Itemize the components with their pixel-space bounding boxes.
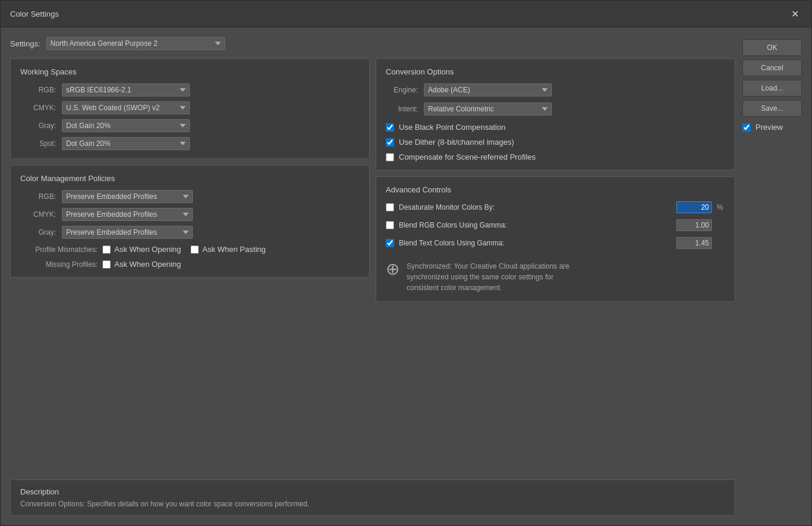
policy-gray-select[interactable]: Preserve Embedded Profiles <box>62 226 193 239</box>
settings-select[interactable]: North America General Purpose 2 <box>46 37 225 50</box>
desaturate-checkbox[interactable] <box>386 203 394 211</box>
rgb-select[interactable]: sRGB IEC61966-2.1 <box>62 83 190 97</box>
gray-label: Gray: <box>20 122 56 130</box>
blend-text-label: Blend Text Colors Using Gamma: <box>399 239 672 247</box>
policy-cmyk-select[interactable]: Preserve Embedded Profiles <box>62 208 193 221</box>
ask-opening-pair: Ask When Opening <box>102 245 181 254</box>
preview-checkbox[interactable] <box>742 123 751 132</box>
blend-text-checkbox[interactable] <box>386 239 394 247</box>
ask-opening-label: Ask When Opening <box>114 245 181 254</box>
description-panel: Description Conversion Options: Specifie… <box>10 480 735 516</box>
sync-icon: ⊕ <box>386 261 399 278</box>
rgb-row: RGB: sRGB IEC61966-2.1 <box>20 83 360 97</box>
policy-gray-row: Gray: Preserve Embedded Profiles <box>20 226 360 239</box>
settings-row: Settings: North America General Purpose … <box>10 37 735 50</box>
desaturate-unit: % <box>717 203 725 211</box>
sync-text: Synchronized: Your Creative Cloud applic… <box>407 261 570 293</box>
spot-row: Spot: Dot Gain 20% <box>20 137 360 150</box>
cmyk-select[interactable]: U.S. Web Coated (SWOP) v2 <box>62 101 190 114</box>
blend-rgb-checkbox[interactable] <box>386 221 394 229</box>
profile-mismatches-row: Profile Mismatches: Ask When Opening Ask… <box>20 245 360 254</box>
policy-rgb-label: RGB: <box>20 192 56 201</box>
sync-note: ⊕ Synchronized: Your Creative Cloud appl… <box>386 255 725 293</box>
right-column: Conversion Options Engine: Adobe (ACE) I… <box>376 58 735 474</box>
black-point-label: Use Black Point Compensation <box>399 123 505 132</box>
missing-ask-opening-pair: Ask When Opening <box>102 260 181 269</box>
settings-label: Settings: <box>10 39 40 48</box>
intent-select[interactable]: Relative Colorimetric <box>424 102 552 116</box>
policy-cmyk-row: CMYK: Preserve Embedded Profiles <box>20 208 360 221</box>
dither-label: Use Dither (8-bit/channel images) <box>399 138 514 147</box>
title-bar: Color Settings ✕ <box>1 1 811 27</box>
compensate-checkbox[interactable] <box>386 153 394 161</box>
spot-select[interactable]: Dot Gain 20% <box>62 137 190 150</box>
compensate-row: Compensate for Scene-referred Profiles <box>386 152 725 161</box>
advanced-controls-title: Advanced Controls <box>386 185 725 194</box>
advanced-controls-panel: Advanced Controls Desaturate Monitor Col… <box>376 176 735 302</box>
ask-opening-checkbox[interactable] <box>102 245 111 254</box>
description-title: Description <box>20 487 725 496</box>
blend-text-input[interactable] <box>676 237 712 249</box>
policy-cmyk-label: CMYK: <box>20 210 56 219</box>
dialog-title: Color Settings <box>10 10 59 18</box>
intent-label: Intent: <box>386 105 418 113</box>
gray-select[interactable]: Dot Gain 20% <box>62 119 190 132</box>
ask-pasting-checkbox[interactable] <box>190 245 199 254</box>
desaturate-input[interactable] <box>676 201 712 213</box>
engine-row: Engine: Adobe (ACE) <box>386 83 725 97</box>
main-content: Settings: North America General Purpose … <box>10 37 735 516</box>
description-text: Conversion Options: Specifies details on… <box>20 500 725 508</box>
missing-profiles-row: Missing Profiles: Ask When Opening <box>20 260 360 269</box>
spot-label: Spot: <box>20 139 56 148</box>
sidebar-buttons: OK Cancel Load... Save... Preview <box>742 37 802 516</box>
ok-button[interactable]: OK <box>742 39 802 56</box>
rgb-label: RGB: <box>20 86 56 94</box>
profile-mismatches-label: Profile Mismatches: <box>20 245 98 254</box>
policy-rgb-row: RGB: Preserve Embedded Profiles <box>20 190 360 203</box>
blend-text-row: Blend Text Colors Using Gamma: <box>386 237 725 249</box>
working-spaces-title: Working Spaces <box>20 67 360 76</box>
working-spaces-panel: Working Spaces RGB: sRGB IEC61966-2.1 CM… <box>10 58 370 159</box>
missing-profiles-checks: Ask When Opening <box>102 260 181 269</box>
desaturate-row: Desaturate Monitor Colors By: % <box>386 201 725 213</box>
color-settings-dialog: Color Settings ✕ Settings: North America… <box>0 0 812 526</box>
dialog-body: Settings: North America General Purpose … <box>1 27 811 525</box>
save-button[interactable]: Save... <box>742 100 802 117</box>
conversion-options-panel: Conversion Options Engine: Adobe (ACE) I… <box>376 58 735 170</box>
desaturate-label: Desaturate Monitor Colors By: <box>399 203 672 211</box>
dither-row: Use Dither (8-bit/channel images) <box>386 138 725 147</box>
black-point-row: Use Black Point Compensation <box>386 123 725 132</box>
cmyk-row: CMYK: U.S. Web Coated (SWOP) v2 <box>20 101 360 114</box>
blend-rgb-label: Blend RGB Colors Using Gamma: <box>399 221 672 229</box>
ask-pasting-label: Ask When Pasting <box>202 245 266 254</box>
policy-gray-label: Gray: <box>20 228 56 236</box>
dither-checkbox[interactable] <box>386 138 394 147</box>
close-button[interactable]: ✕ <box>788 7 802 21</box>
missing-ask-opening-checkbox[interactable] <box>102 260 111 269</box>
compensate-label: Compensate for Scene-referred Profiles <box>399 152 536 161</box>
color-management-title: Color Management Policies <box>20 174 360 183</box>
missing-profiles-label: Missing Profiles: <box>20 260 98 269</box>
blend-rgb-input[interactable] <box>676 219 712 231</box>
engine-select[interactable]: Adobe (ACE) <box>424 83 552 97</box>
left-column: Working Spaces RGB: sRGB IEC61966-2.1 CM… <box>10 58 370 474</box>
engine-label: Engine: <box>386 86 418 94</box>
missing-ask-opening-label: Ask When Opening <box>114 260 181 269</box>
ask-pasting-pair: Ask When Pasting <box>190 245 266 254</box>
preview-row: Preview <box>742 123 802 132</box>
gray-row: Gray: Dot Gain 20% <box>20 119 360 132</box>
load-button[interactable]: Load... <box>742 80 802 97</box>
cancel-button[interactable]: Cancel <box>742 60 802 76</box>
profile-mismatches-checks: Ask When Opening Ask When Pasting <box>102 245 266 254</box>
color-management-panel: Color Management Policies RGB: Preserve … <box>10 165 370 278</box>
black-point-checkbox[interactable] <box>386 123 394 132</box>
intent-row: Intent: Relative Colorimetric <box>386 102 725 116</box>
cmyk-label: CMYK: <box>20 104 56 112</box>
policy-rgb-select[interactable]: Preserve Embedded Profiles <box>62 190 193 203</box>
blend-rgb-row: Blend RGB Colors Using Gamma: <box>386 219 725 231</box>
conversion-options-title: Conversion Options <box>386 67 725 76</box>
preview-label: Preview <box>755 123 783 132</box>
two-column-layout: Working Spaces RGB: sRGB IEC61966-2.1 CM… <box>10 58 735 474</box>
